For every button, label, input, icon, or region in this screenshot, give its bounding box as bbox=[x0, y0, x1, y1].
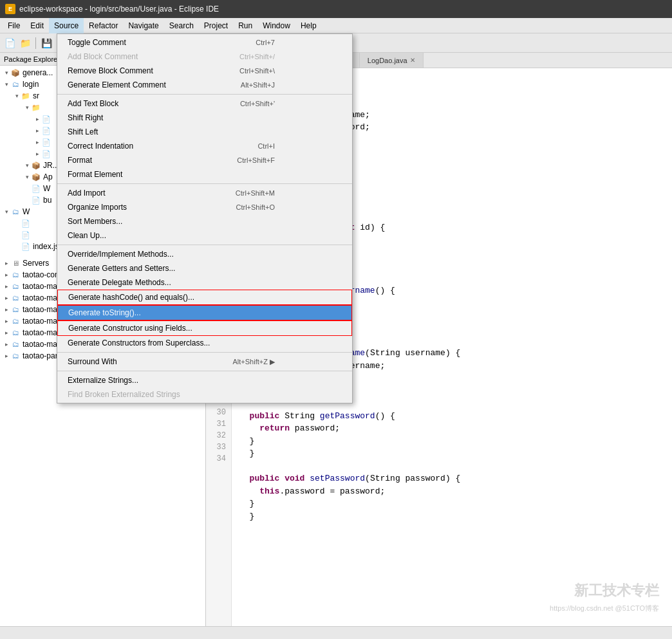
tab-label: LogDao.java bbox=[368, 57, 407, 64]
project-icon: 🗂 bbox=[10, 79, 21, 89]
file-icon: 📄 bbox=[21, 241, 31, 252]
file-icon: 📄 bbox=[21, 218, 31, 228]
menu-correct-indentation[interactable]: Correct Indentation Ctrl+I bbox=[57, 139, 352, 153]
tab-close[interactable]: ✕ bbox=[410, 57, 415, 64]
menu-find-broken-strings[interactable]: Find Broken Externalized Strings bbox=[57, 387, 352, 402]
menu-item-label: Generate Constructor using Fields... bbox=[68, 324, 248, 333]
menu-organize-imports[interactable]: Organize Imports Ctrl+Shift+O bbox=[57, 200, 352, 214]
menu-generate-constructors-superclass[interactable]: Generate Constructors from Superclass... bbox=[57, 336, 352, 350]
menu-add-text-block[interactable]: Add Text Block Ctrl+Shift+' bbox=[57, 97, 352, 111]
menu-item-label: Override/Implement Methods... bbox=[68, 250, 249, 259]
app-icon: E bbox=[5, 4, 15, 14]
menu-shortcut: Ctrl+Shift+/ bbox=[239, 53, 275, 60]
tree-arrow: ▾ bbox=[3, 81, 10, 88]
package-icon: 📦 bbox=[10, 68, 21, 78]
menu-format-element[interactable]: Format Element bbox=[57, 167, 352, 181]
menu-format[interactable]: Format Ctrl+Shift+F bbox=[57, 153, 352, 167]
menu-help[interactable]: Help bbox=[295, 18, 322, 33]
package-icon: 📦 bbox=[31, 172, 41, 182]
toolbar-new[interactable]: 📄 bbox=[3, 36, 17, 50]
menu-item-label: Surround With bbox=[68, 357, 207, 366]
menu-edit[interactable]: Edit bbox=[25, 18, 49, 33]
menu-generate-element-comment[interactable]: Generate Element Comment Alt+Shift+J bbox=[57, 78, 352, 92]
menu-remove-block-comment[interactable]: Remove Block Comment Ctrl+Shift+\ bbox=[57, 64, 352, 78]
tree-label: Ap bbox=[43, 172, 53, 181]
tree-label: sr bbox=[33, 91, 39, 100]
menu-shortcut: Ctrl+Shift+\ bbox=[239, 67, 275, 75]
project-icon: 🗂 bbox=[10, 328, 21, 338]
menu-toggle-comment[interactable]: Toggle Comment Ctrl+7 bbox=[57, 35, 352, 50]
menu-refactor[interactable]: Refactor bbox=[84, 18, 123, 33]
menu-shift-left[interactable]: Shift Left bbox=[57, 125, 352, 139]
tree-label: genera... bbox=[23, 68, 53, 77]
tree-arrow: ▸ bbox=[3, 295, 10, 301]
menu-item-label: Add Block Comment bbox=[68, 52, 214, 61]
menu-shortcut: Ctrl+I bbox=[257, 142, 275, 150]
tree-arrow: ▸ bbox=[3, 341, 10, 347]
menu-surround-with[interactable]: Surround With Alt+Shift+Z ▶ bbox=[57, 355, 352, 369]
menu-item-label: Generate Getters and Setters... bbox=[68, 264, 249, 273]
tree-arrow: ▸ bbox=[3, 353, 10, 359]
menu-generate-getters-setters[interactable]: Generate Getters and Setters... bbox=[57, 261, 352, 275]
tree-arrow: ▸ bbox=[3, 306, 10, 313]
toolbar-open[interactable]: 📁 bbox=[18, 36, 32, 50]
menu-add-import[interactable]: Add Import Ctrl+Shift+M bbox=[57, 186, 352, 200]
project-icon: 🗂 bbox=[10, 304, 21, 315]
toolbar-save[interactable]: 💾 bbox=[39, 36, 53, 50]
file-icon: 📄 bbox=[21, 230, 31, 240]
menu-item-label: Add Text Block bbox=[68, 99, 214, 108]
menu-item-label: Generate Constructors from Superclass... bbox=[68, 338, 249, 347]
folder-icon: 📁 bbox=[31, 102, 41, 113]
menu-clean-up[interactable]: Clean Up... bbox=[57, 228, 352, 243]
tree-arrow: ▸ bbox=[33, 151, 41, 157]
file-icon: 📄 bbox=[31, 183, 41, 194]
tab-logdao[interactable]: LogDao.java ✕ bbox=[360, 53, 424, 68]
tree-arrow: ▸ bbox=[33, 139, 41, 145]
tree-arrow: ▸ bbox=[3, 329, 10, 336]
menu-sort-members[interactable]: Sort Members... bbox=[57, 214, 352, 228]
menu-item-label: Find Broken Externalized Strings bbox=[68, 390, 249, 399]
tree-arrow: ▸ bbox=[3, 283, 10, 290]
menu-generate-hashcode-equals[interactable]: Generate hashCode() and equals()... bbox=[57, 290, 352, 305]
menu-file[interactable]: File bbox=[3, 18, 25, 33]
tree-arrow: ▾ bbox=[23, 104, 31, 111]
tree-label: W bbox=[43, 184, 50, 193]
menu-override-implement[interactable]: Override/Implement Methods... bbox=[57, 247, 352, 261]
class-icon: 📄 bbox=[41, 125, 51, 136]
menu-shortcut: Alt+Shift+Z ▶ bbox=[233, 358, 275, 366]
project-icon: 🗂 bbox=[10, 270, 21, 280]
project-icon: 🗂 bbox=[10, 293, 21, 303]
menu-shift-right[interactable]: Shift Right bbox=[57, 111, 352, 125]
package-icon: 📦 bbox=[31, 160, 41, 171]
menu-add-block-comment[interactable]: Add Block Comment Ctrl+Shift+/ bbox=[57, 50, 352, 64]
menu-item-label: Generate Delegate Methods... bbox=[68, 278, 249, 287]
menu-item-label: Externalize Strings... bbox=[68, 376, 249, 385]
menu-source[interactable]: Source bbox=[49, 18, 84, 33]
menu-project[interactable]: Project bbox=[199, 18, 233, 33]
menu-shortcut: Ctrl+7 bbox=[256, 39, 275, 46]
menu-search[interactable]: Search bbox=[164, 18, 199, 33]
menu-externalize-strings[interactable]: Externalize Strings... bbox=[57, 373, 352, 387]
menu-item-label: Sort Members... bbox=[68, 217, 249, 226]
menu-item-label: Shift Right bbox=[68, 113, 249, 122]
menu-item-label: Organize Imports bbox=[68, 203, 210, 212]
file-icon: 📄 bbox=[31, 195, 41, 205]
menu-generate-tostring[interactable]: Generate toString()... bbox=[57, 305, 352, 320]
tree-label: W bbox=[23, 207, 30, 216]
menu-item-label: Generate hashCode() and equals()... bbox=[68, 293, 248, 302]
tree-arrow: ▾ bbox=[3, 69, 10, 76]
tree-arrow: ▾ bbox=[23, 174, 31, 180]
menu-navigate[interactable]: Navigate bbox=[123, 18, 163, 33]
menu-generate-constructor-fields[interactable]: Generate Constructor using Fields... bbox=[57, 320, 352, 336]
status-bar bbox=[0, 626, 672, 639]
project-icon: 🗂 bbox=[10, 207, 21, 217]
menu-generate-delegate-methods[interactable]: Generate Delegate Methods... bbox=[57, 275, 352, 290]
project-icon: 🗂 bbox=[10, 339, 21, 349]
menu-bar: File Edit Source Refactor Navigate Searc… bbox=[0, 18, 672, 33]
menu-window[interactable]: Window bbox=[257, 18, 295, 33]
menu-item-label: Shift Left bbox=[68, 127, 249, 136]
folder-icon: 📁 bbox=[21, 91, 31, 101]
menu-sep5 bbox=[57, 371, 352, 371]
menu-run[interactable]: Run bbox=[233, 18, 257, 33]
menu-shortcut: Alt+Shift+J bbox=[241, 81, 275, 89]
